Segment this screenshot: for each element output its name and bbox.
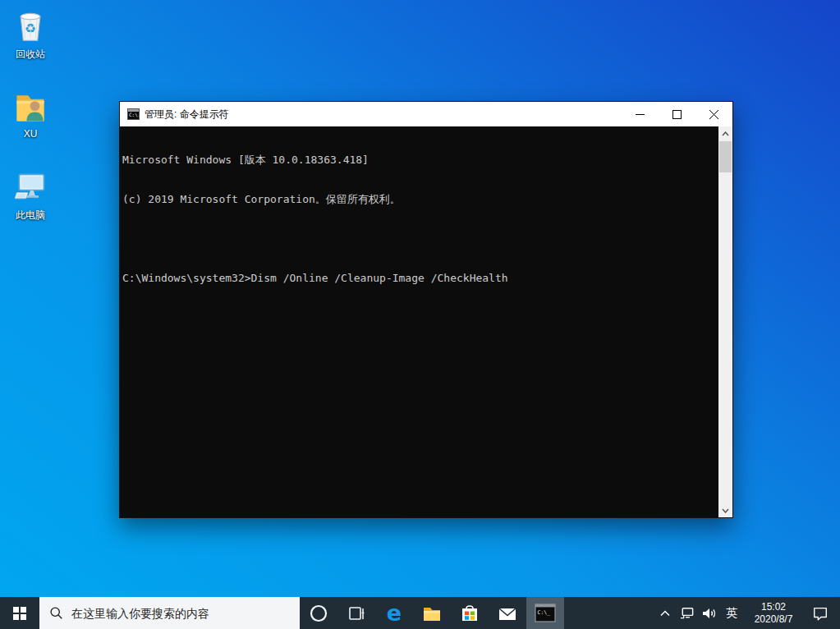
store-icon [459,603,480,624]
taskbar-search[interactable] [39,597,300,629]
taskbar-spacer [564,597,654,629]
clock-time: 15:02 [761,601,786,613]
cortana-button[interactable] [300,597,337,629]
edge-icon: e [387,602,402,624]
close-button[interactable] [695,102,732,126]
speaker-icon [700,605,717,622]
cortana-icon [309,604,328,623]
this-pc-icon [11,168,50,207]
cmd-window: C:\. 管理员: 命令提示符 Microsoft Windows [版本 10… [119,101,733,518]
action-center-icon [812,605,829,622]
chevron-up-icon [660,610,670,617]
edge-button[interactable]: e [375,597,413,629]
window-title: 管理员: 命令提示符 [145,108,622,122]
scroll-up-icon[interactable] [718,126,732,140]
mail-icon [497,603,518,624]
console-output[interactable]: Microsoft Windows [版本 10.0.18363.418] (c… [120,126,732,517]
mail-button[interactable] [489,597,526,629]
tray-show-hidden-button[interactable] [654,597,676,629]
maximize-button[interactable] [659,102,695,126]
task-view-icon [347,604,366,623]
desktop-icon-label: XU [1,128,60,140]
recycle-symbol: ♻ [25,21,36,35]
console-line [122,232,716,246]
search-icon [49,606,63,620]
tray-network-button[interactable] [676,597,697,629]
cmd-icon: C:\_ [534,603,557,624]
svg-text:C:\_: C:\_ [538,608,551,615]
console-text: Microsoft Windows [版本 10.0.18363.418] (c… [122,127,716,311]
desktop-icon-label: 回收站 [1,48,60,62]
desktop-icon-recycle-bin[interactable]: ♻ 回收站 [1,7,60,62]
close-icon [709,110,718,119]
desktop-icon-user-folder[interactable]: XU [1,87,60,140]
scroll-down-icon[interactable] [718,503,732,517]
desktop-icon-label: 此电脑 [1,209,60,223]
task-view-button[interactable] [337,597,375,629]
action-center-button[interactable] [804,597,837,629]
file-explorer-button[interactable] [413,597,451,629]
tray-volume-button[interactable] [697,597,720,629]
tray-ime-indicator[interactable]: 英 [720,597,743,629]
console-line: C:\Windows\system32>Dism /Online /Cleanu… [122,272,716,285]
minimize-button[interactable] [622,102,659,126]
store-button[interactable] [451,597,489,629]
cmd-titlebar[interactable]: C:\. 管理员: 命令提示符 [120,102,732,126]
console-line: (c) 2019 Microsoft Corporation。保留所有权利。 [122,193,716,206]
file-explorer-icon [421,603,443,624]
minimize-icon [636,110,645,119]
windows-logo-icon [13,607,26,620]
recycle-bin-icon: ♻ [11,7,50,46]
maximize-icon [672,110,682,119]
scrollbar-thumb[interactable] [719,141,732,172]
cmd-taskbar-button[interactable]: C:\_ [526,597,564,629]
console-scrollbar[interactable] [718,126,732,517]
console-line: Microsoft Windows [版本 10.0.18363.418] [122,154,716,167]
clock-date: 2020/8/7 [755,613,793,626]
cmd-window-icon: C:\. [127,108,140,120]
user-folder-icon [11,87,50,126]
desktop-icon-this-pc[interactable]: 此电脑 [1,168,60,223]
ime-label: 英 [726,606,737,621]
taskbar: e C:\_ [0,597,840,629]
tray-clock[interactable]: 15:02 2020/8/7 [743,597,804,629]
start-button[interactable] [0,597,39,629]
network-icon [679,605,695,621]
search-input[interactable] [71,607,285,620]
